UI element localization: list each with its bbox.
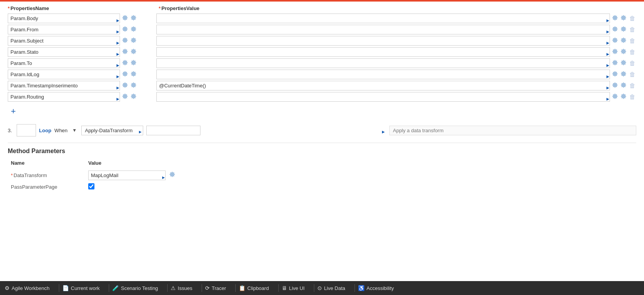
prop-value-settings2-button[interactable] <box>620 93 627 101</box>
prop-name-input[interactable] <box>8 92 120 102</box>
prop-value-cell: ▶ 🗑 <box>156 70 636 79</box>
value-col-header: Value <box>85 159 636 169</box>
prop-name-cell: ▶ <box>8 58 155 68</box>
name-col-header: Name <box>8 159 85 169</box>
prop-delete-button[interactable]: 🗑 <box>629 93 636 101</box>
prop-name-cell: ▶ <box>8 70 155 79</box>
prop-name-input-wrapper: ▶ <box>8 36 120 46</box>
prop-name-settings1-button[interactable] <box>122 70 128 78</box>
prop-delete-button[interactable]: 🗑 <box>629 26 636 34</box>
property-row: ▶ ▶ 🗑 <box>8 25 636 34</box>
transform-select-display[interactable]: Apply-DataTransform <box>81 126 143 135</box>
prop-name-settings2-button[interactable] <box>130 37 137 45</box>
prop-value-input[interactable] <box>156 14 610 23</box>
when-dropdown-button[interactable]: ▼ <box>71 127 79 134</box>
prop-name-input-wrapper: ▶ <box>8 81 120 90</box>
prop-name-settings1-button[interactable] <box>122 48 128 56</box>
prop-value-cell: ▶ 🗑 <box>156 92 636 102</box>
prop-name-settings1-button[interactable] <box>122 14 128 22</box>
prop-name-settings1-button[interactable] <box>122 93 128 101</box>
prop-value-input[interactable] <box>156 58 610 68</box>
prop-value-settings2-button[interactable] <box>620 37 627 45</box>
value-header-label: PropertiesValue <box>161 5 199 11</box>
prop-name-cell: ▶ <box>8 81 155 90</box>
prop-value-input[interactable] <box>156 47 610 57</box>
add-property-button[interactable]: + <box>8 105 19 118</box>
prop-value-settings1-button[interactable] <box>611 14 618 22</box>
method-params-section: Method Parameters Name Value *DataTransf… <box>8 143 636 192</box>
prop-value-settings1-button[interactable] <box>611 26 618 34</box>
prop-value-cell: ▶ 🗑 <box>156 25 636 34</box>
prop-delete-button[interactable]: 🗑 <box>629 70 636 79</box>
property-row: ▶ ▶ 🗑 <box>8 47 636 57</box>
prop-name-cell: ▶ <box>8 25 155 34</box>
prop-value-settings1-button[interactable] <box>611 59 618 67</box>
loop-label: Loop <box>39 128 51 133</box>
param-required-star: * <box>11 172 13 178</box>
prop-delete-button[interactable]: 🗑 <box>629 48 636 56</box>
apply-placeholder-input[interactable] <box>389 126 636 135</box>
prop-name-input[interactable] <box>8 81 120 90</box>
prop-name-input[interactable] <box>8 25 120 34</box>
prop-name-settings2-button[interactable] <box>130 93 137 101</box>
prop-value-settings2-button[interactable] <box>620 26 627 34</box>
prop-delete-button[interactable]: 🗑 <box>629 59 636 68</box>
property-row: ▶ ▶ 🗑 <box>8 70 636 79</box>
prop-value-input[interactable] <box>156 36 610 46</box>
param-value-wrapper: ▶ <box>88 171 166 180</box>
prop-name-input[interactable] <box>8 58 120 68</box>
prop-value-input-wrapper: ▶ <box>156 25 610 34</box>
method-params-title: Method Parameters <box>8 148 636 155</box>
prop-value-input[interactable] <box>156 81 610 90</box>
apply-value-input[interactable] <box>146 126 200 135</box>
param-settings-button[interactable] <box>169 171 176 179</box>
prop-value-settings2-button[interactable] <box>620 14 627 22</box>
param-checkbox[interactable] <box>88 183 94 189</box>
prop-value-settings1-button[interactable] <box>611 70 618 78</box>
params-table-row: *DataTransform ▶ <box>8 169 636 182</box>
property-row: ▶ ▶ 🗑 <box>8 58 636 68</box>
prop-name-settings2-button[interactable] <box>130 82 137 90</box>
prop-value-settings1-button[interactable] <box>611 37 618 45</box>
section-number: 3. <box>8 128 12 133</box>
prop-name-settings1-button[interactable] <box>122 26 128 34</box>
prop-value-settings2-button[interactable] <box>620 82 627 90</box>
prop-name-settings2-button[interactable] <box>130 48 137 56</box>
prop-value-input[interactable] <box>156 25 610 34</box>
prop-value-input[interactable] <box>156 92 610 102</box>
prop-value-settings1-button[interactable] <box>611 82 618 90</box>
prop-name-settings1-button[interactable] <box>122 82 128 90</box>
prop-name-settings2-button[interactable] <box>130 26 137 34</box>
param-value-input[interactable] <box>88 171 166 180</box>
prop-name-cell: ▶ <box>8 14 155 23</box>
prop-delete-button[interactable]: 🗑 <box>629 82 636 90</box>
prop-name-settings2-button[interactable] <box>130 70 137 78</box>
prop-name-settings2-button[interactable] <box>130 14 137 22</box>
prop-name-cell: ▶ <box>8 92 155 102</box>
prop-value-input-wrapper: ▶ <box>156 47 610 57</box>
prop-name-input[interactable] <box>8 36 120 46</box>
prop-value-input[interactable] <box>156 70 610 79</box>
prop-name-settings1-button[interactable] <box>122 59 128 67</box>
prop-name-input[interactable] <box>8 47 120 57</box>
col-value-header: *PropertiesValue <box>155 5 636 11</box>
prop-delete-button[interactable]: 🗑 <box>629 37 636 45</box>
prop-name-settings2-button[interactable] <box>130 59 137 67</box>
prop-name-input[interactable] <box>8 70 120 79</box>
prop-name-settings1-button[interactable] <box>122 37 128 45</box>
property-row: ▶ ▶ 🗑 <box>8 14 636 23</box>
params-table: Name Value *DataTransform ▶ <box>8 159 636 192</box>
prop-value-settings1-button[interactable] <box>611 93 618 101</box>
param-name-cell: PassParameterPage <box>8 182 85 192</box>
value-required-star: * <box>159 5 161 11</box>
step-box[interactable] <box>17 124 36 136</box>
when-label: When <box>55 128 68 133</box>
prop-value-settings1-button[interactable] <box>611 48 618 56</box>
params-tbody: *DataTransform ▶ PassParameterPage <box>8 169 636 192</box>
prop-delete-button[interactable]: 🗑 <box>629 14 636 23</box>
prop-value-settings2-button[interactable] <box>620 48 627 56</box>
prop-value-cell: ▶ 🗑 <box>156 81 636 90</box>
prop-value-settings2-button[interactable] <box>620 59 627 67</box>
prop-value-settings2-button[interactable] <box>620 70 627 78</box>
prop-name-input[interactable] <box>8 14 120 23</box>
